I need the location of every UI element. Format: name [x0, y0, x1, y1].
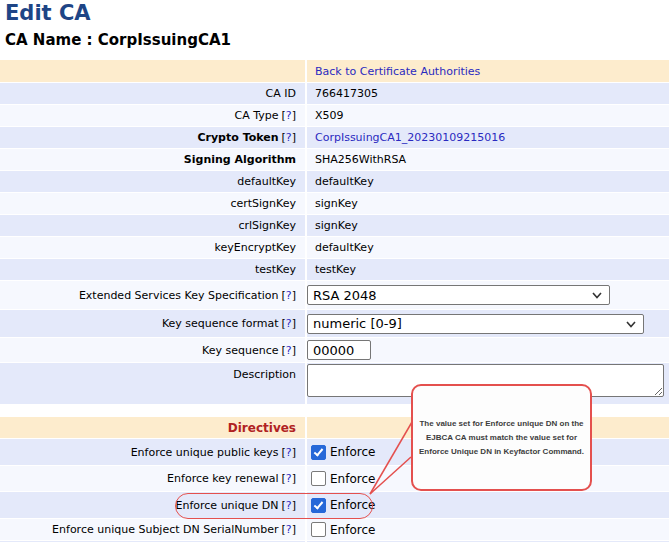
checkbox-label: Enforce	[330, 445, 375, 459]
row-key-sequence: Key sequence [?]	[0, 338, 669, 362]
row-cert-sign-key: certSignKey signKey	[0, 193, 669, 214]
help-icon[interactable]: [?]	[282, 523, 296, 536]
annotation-callout: The value set for Enforce unique DN on t…	[411, 384, 592, 491]
cert-sign-key-value: signKey	[315, 197, 358, 210]
key-sequence-input[interactable]	[307, 340, 371, 360]
help-icon[interactable]: [?]	[282, 344, 296, 357]
directives-section-title: Directives	[228, 421, 296, 435]
extended-services-key-spec-label: Extended Services Key Specification	[79, 289, 279, 302]
table-header-row: Back to Certificate Authorities	[0, 60, 669, 82]
row-crl-sign-key: crlSignKey signKey	[0, 215, 669, 236]
crypto-token-link[interactable]: CorpIssuingCA1_20230109215016	[315, 131, 505, 144]
enforce-unique-public-keys-label: Enforce unique public keys	[131, 446, 279, 459]
enforce-key-renewal-checkbox[interactable]	[311, 471, 326, 486]
help-icon[interactable]: [?]	[282, 446, 296, 459]
ca-type-value: X509	[315, 109, 344, 122]
key-encrypt-key-label: keyEncryptKey	[215, 241, 297, 254]
row-extended-services-key-spec: Extended Services Key Specification [?] …	[0, 281, 669, 309]
key-sequence-format-label: Key sequence format	[162, 317, 279, 330]
extended-services-key-spec-select[interactable]: RSA 2048	[307, 285, 610, 305]
cert-sign-key-label: certSignKey	[230, 197, 296, 210]
row-ca-type: CA Type [?] X509	[0, 105, 669, 126]
key-sequence-format-select[interactable]: numeric [0-9]	[307, 314, 644, 334]
edit-ca-page: Edit CA CA Name : CorpIssuingCA1 Back to…	[0, 0, 669, 542]
ca-id-value: 766417305	[315, 87, 378, 100]
row-key-sequence-format: Key sequence format [?] numeric [0-9]	[0, 310, 669, 337]
signing-algorithm-value: SHA256WithRSA	[315, 153, 406, 166]
help-icon[interactable]: [?]	[282, 472, 296, 485]
default-key-label: defaultKey	[237, 175, 296, 188]
row-crypto-token: Crypto Token [?] CorpIssuingCA1_20230109…	[0, 127, 669, 148]
ca-type-label: CA Type	[235, 109, 279, 122]
default-key-value: defaultKey	[315, 175, 374, 188]
row-ca-id: CA ID 766417305	[0, 83, 669, 104]
crypto-token-label: Crypto Token	[197, 131, 278, 144]
chevron-down-icon	[592, 292, 602, 299]
test-key-value: testKey	[315, 263, 356, 276]
ca-name-heading: CA Name : CorpIssuingCA1	[5, 31, 231, 49]
help-icon[interactable]: [?]	[282, 131, 296, 144]
checkbox-label: Enforce	[330, 498, 375, 512]
ca-id-label: CA ID	[266, 87, 296, 100]
crl-sign-key-value: signKey	[315, 219, 358, 232]
page-title: Edit CA	[5, 1, 91, 25]
enforce-key-renewal-label: Enforce key renewal	[167, 472, 278, 485]
enforce-unique-subject-dn-serialnumber-checkbox[interactable]	[311, 522, 326, 537]
callout-text-line: The value set for Enforce unique DN on t…	[419, 417, 583, 431]
row-enforce-unique-subject-dn-serialnumber: Enforce unique Subject DN SerialNumber […	[0, 519, 669, 540]
checkbox-label: Enforce	[330, 523, 375, 537]
row-test-key: testKey testKey	[0, 259, 669, 280]
crl-sign-key-label: crlSignKey	[238, 219, 296, 232]
help-icon[interactable]: [?]	[282, 109, 296, 122]
help-icon[interactable]: [?]	[282, 317, 296, 330]
help-icon[interactable]: [?]	[282, 499, 296, 512]
key-sequence-label: Key sequence	[202, 344, 278, 357]
row-signing-algorithm: Signing Algorithm SHA256WithRSA	[0, 149, 669, 170]
row-key-encrypt-key: keyEncryptKey defaultKey	[0, 237, 669, 258]
signing-algorithm-label: Signing Algorithm	[184, 153, 296, 166]
test-key-label: testKey	[255, 263, 296, 276]
enforce-unique-subject-dn-serialnumber-label: Enforce unique Subject DN SerialNumber	[52, 523, 278, 536]
row-default-key: defaultKey defaultKey	[0, 171, 669, 192]
ca-info-table: Back to Certificate Authorities CA ID 76…	[0, 60, 669, 405]
enforce-unique-dn-checkbox[interactable]	[311, 498, 326, 513]
row-enforce-unique-dn: Enforce unique DN [?] Enforce	[0, 492, 669, 518]
back-to-certificate-authorities-link[interactable]: Back to Certificate Authorities	[315, 65, 480, 78]
callout-text-line: EJBCA CA must match the value set for	[426, 431, 577, 445]
enforce-unique-dn-label: Enforce unique DN	[176, 499, 279, 512]
enforce-unique-public-keys-checkbox[interactable]	[311, 445, 326, 460]
help-icon[interactable]: [?]	[282, 289, 296, 302]
chevron-down-icon	[626, 321, 636, 328]
description-label: Description	[233, 368, 296, 381]
checkbox-label: Enforce	[330, 472, 375, 486]
callout-text-line: Enforce Unique DN in Keyfactor Command.	[419, 445, 584, 459]
key-encrypt-key-value: defaultKey	[315, 241, 374, 254]
